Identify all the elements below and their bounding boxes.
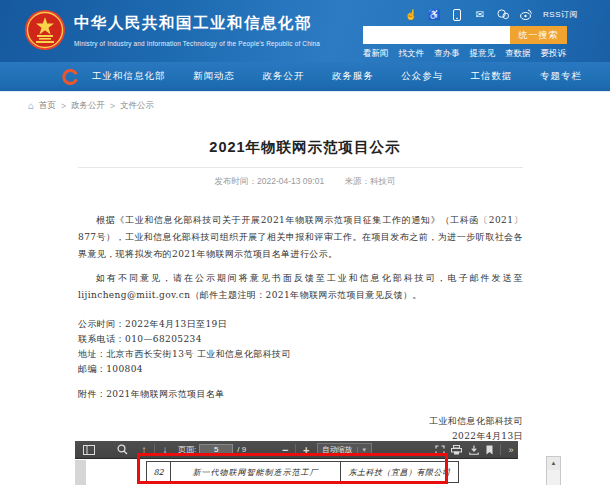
sidebar-toggle-icon[interactable] [79, 441, 99, 459]
page-number-label: 页面: [178, 444, 196, 455]
zoom-out-icon[interactable]: − [278, 441, 292, 459]
scroll-up-icon[interactable]: ▲ [547, 457, 560, 470]
nav-logo-icon[interactable] [62, 69, 78, 85]
publish-time: 发布时间：2022-04-13 09:01 [215, 176, 325, 186]
breadcrumb-separator: > [110, 101, 115, 111]
source-department: 来源：科技司 [345, 176, 396, 186]
breadcrumb: ⌂ 首页 > 政务公开 > 文件公示 [28, 100, 154, 112]
quick-link-suggest[interactable]: 提意见 [470, 48, 496, 60]
article-body: 根据《工业和信息化部科技司关于开展2021年物联网示范项目征集工作的通知》（工科… [78, 212, 523, 444]
publicity-period: 公示时间：2022年4月13日至19日 [78, 317, 523, 332]
more-tools-icon[interactable]: » [504, 441, 518, 459]
pdf-viewer: ↑ ↓ 页面: / 9 − + 自动缩放 ▼ [75, 441, 518, 485]
page: 中华人民共和国工业和信息化部 Ministry of Industry and … [0, 0, 610, 485]
quick-link-data[interactable]: 查数据 [505, 48, 531, 60]
nav-item-ministry[interactable]: 工业和信息化部 [92, 70, 166, 83]
paragraph: 根据《工业和信息化部科技司关于开展2021年物联网示范项目征集工作的通知》（工科… [78, 212, 523, 263]
page-up-icon[interactable]: ↑ [137, 441, 151, 459]
site-subtitle: Ministry of Industry and Information Tec… [74, 40, 320, 47]
table-row: 82 新一代物联网智能制造示范工厂 东土科技（宜昌）有限公司 [147, 462, 459, 483]
pdf-scrollbar[interactable]: ▲ [546, 456, 561, 485]
toolbar-divider [295, 444, 296, 455]
zoom-in-icon[interactable]: + [299, 441, 313, 459]
breadcrumb-gov-info[interactable]: 政务公开 [71, 100, 105, 112]
nav-item-gov-info[interactable]: 政务公开 [262, 70, 304, 83]
header-utility-icons: ☝ ♿ ✉ RSS订阅 [405, 8, 578, 21]
row-number-cell: 82 [147, 462, 171, 483]
project-name-cell: 新一代物联网智能制造示范工厂 [171, 462, 341, 483]
pdf-page-edge [75, 460, 86, 485]
breadcrumb-separator: > [61, 101, 66, 111]
signature-block: 工业和信息化部科技司 2022年4月13日 [78, 414, 523, 444]
zoom-controls: − + 自动缩放 ▼ [278, 441, 372, 459]
unified-search-input[interactable] [363, 26, 510, 44]
contact-info-block: 公示时间：2022年4月13日至19日 联系电话：010—68205234 地址… [78, 317, 523, 377]
title-divider [78, 167, 523, 168]
nav-item-gov-services[interactable]: 政务服务 [332, 70, 374, 83]
quick-link-news[interactable]: 看新闻 [363, 48, 389, 60]
mobile-icon[interactable] [451, 9, 463, 21]
postal-code: 邮编：100804 [78, 362, 523, 377]
weibo-icon[interactable] [520, 9, 532, 21]
attachment-line: 附件：2021年物联网示范项目名单 [78, 387, 523, 402]
mail-icon[interactable]: ✉ [474, 9, 486, 21]
site-header: 中华人民共和国工业和信息化部 Ministry of Industry and … [0, 0, 610, 62]
contact-phone: 联系电话：010—68205234 [78, 332, 523, 347]
toolbar-divider [500, 444, 501, 455]
toolbar-right-group: » [431, 441, 518, 459]
nav-items: 工业和信息化部 新闻动态 政务公开 政务服务 公众参与 工信数据 专题专栏 [92, 70, 582, 83]
hand-icon[interactable]: ☝ [405, 9, 417, 21]
nav-item-participation[interactable]: 公众参与 [401, 70, 443, 83]
search-bar: 统一搜索 [363, 26, 567, 44]
print-icon[interactable] [448, 441, 465, 459]
main-nav: 工业和信息化部 新闻动态 政务公开 政务服务 公众参与 工信数据 专题专栏 [0, 62, 610, 92]
home-icon[interactable]: ⌂ [28, 101, 34, 111]
company-name-cell: 东土科技（宜昌）有限公司 [341, 462, 459, 483]
header-quick-links: 看新闻 找文件 查办事 提意见 查数据 要投诉 [363, 48, 566, 60]
zoom-select[interactable]: 自动缩放 ▼ [317, 443, 372, 456]
quick-link-services[interactable]: 查办事 [434, 48, 460, 60]
page-number-input[interactable] [199, 444, 233, 456]
national-emblem-icon[interactable] [24, 9, 66, 51]
bookmark-icon[interactable] [482, 441, 497, 459]
quick-link-files[interactable]: 找文件 [399, 48, 425, 60]
page-down-icon[interactable]: ↓ [158, 441, 172, 459]
accessibility-icon[interactable]: ♿ [428, 9, 440, 21]
toolbar-divider [154, 444, 155, 455]
breadcrumb-home[interactable]: 首页 [39, 100, 56, 112]
site-title: 中华人民共和国工业和信息化部 [74, 13, 312, 34]
nav-item-data[interactable]: 工信数据 [471, 70, 513, 83]
nav-item-special[interactable]: 专题专栏 [540, 70, 582, 83]
zoom-select-value: 自动缩放 [322, 445, 352, 455]
rss-subscribe-link[interactable]: RSS订阅 [543, 9, 578, 20]
chevron-down-icon: ▼ [357, 447, 367, 453]
page-total: / 9 [237, 445, 246, 454]
pdf-toolbar: ↑ ↓ 页面: / 9 − + 自动缩放 ▼ [75, 441, 518, 459]
paragraph: 如有不同意见，请在公示期间将意见书面反馈至工业和信息化部科技司，电子邮件发送至l… [78, 270, 523, 304]
pdf-project-table: 82 新一代物联网智能制造示范工厂 东土科技（宜昌）有限公司 [146, 461, 459, 483]
wechat-icon[interactable] [497, 9, 509, 21]
breadcrumb-current: 文件公示 [120, 100, 154, 112]
search-icon[interactable] [113, 441, 131, 459]
signature-department: 工业和信息化部科技司 [78, 414, 523, 429]
download-icon[interactable] [465, 441, 482, 459]
article-title: 2021年物联网示范项目公示 [0, 138, 610, 157]
unified-search-button[interactable]: 统一搜索 [510, 26, 567, 44]
nav-item-news[interactable]: 新闻动态 [193, 70, 235, 83]
quick-link-complaint[interactable]: 要投诉 [541, 48, 567, 60]
contact-address: 地址：北京市西长安街13号 工业和信息化部科技司 [78, 347, 523, 362]
article-meta: 发布时间：2022-04-13 09:01 来源：科技司 [0, 176, 610, 188]
presentation-mode-icon[interactable] [431, 441, 448, 459]
